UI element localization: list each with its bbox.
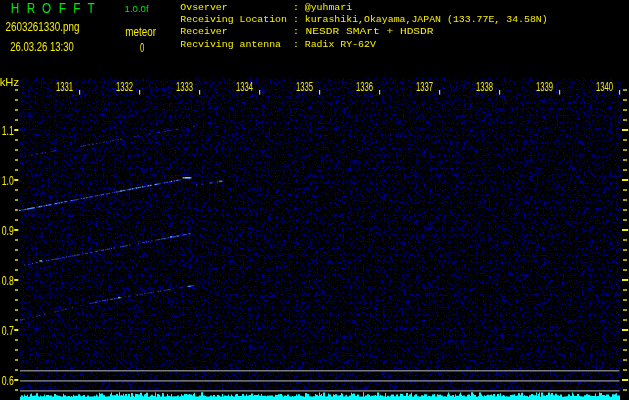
svg-text:1337: 1337 xyxy=(416,80,433,93)
svg-text:26.03.26 13:30: 26.03.26 13:30 xyxy=(10,40,74,54)
svg-text:1339: 1339 xyxy=(536,80,553,93)
svg-text:2603261330.png: 2603261330.png xyxy=(6,20,80,33)
svg-text:0.6: 0.6 xyxy=(2,373,14,387)
svg-text:NESDR SMArt + HDSDR: NESDR SMArt + HDSDR xyxy=(306,26,435,37)
svg-text:1.1: 1.1 xyxy=(2,123,14,137)
svg-text:0.8: 0.8 xyxy=(2,273,14,287)
svg-text:T: T xyxy=(88,0,95,16)
svg-text:1334: 1334 xyxy=(236,80,253,93)
svg-text:Receiving Location : kurashiki: Receiving Location : kurashiki,Okayama,J… xyxy=(180,14,547,25)
svg-text:1331: 1331 xyxy=(56,80,73,93)
svg-text:kHz: kHz xyxy=(0,76,19,88)
svg-text:1.0: 1.0 xyxy=(2,173,14,187)
svg-text:F: F xyxy=(59,0,66,16)
svg-text:Receiver :: Receiver : xyxy=(180,26,299,37)
svg-text:Ovserver : @yuhmari: Ovserver : @yuhmari xyxy=(180,2,352,13)
svg-text:O: O xyxy=(42,0,51,16)
svg-text:meteor: meteor xyxy=(125,25,156,38)
svg-text:1.0.0f: 1.0.0f xyxy=(125,3,149,14)
svg-text:F: F xyxy=(73,0,80,16)
svg-text:Recviving antenna : Radix RY-: Recviving antenna : Radix RY-62V xyxy=(180,39,376,50)
svg-text:0.9: 0.9 xyxy=(2,223,14,237)
svg-text:1333: 1333 xyxy=(176,80,193,93)
svg-text:1340: 1340 xyxy=(596,80,613,93)
svg-text:1332: 1332 xyxy=(116,80,133,93)
svg-text:1335: 1335 xyxy=(296,80,313,93)
svg-text:R: R xyxy=(27,0,35,16)
svg-text:1336: 1336 xyxy=(356,80,373,93)
svg-text:H: H xyxy=(11,0,19,16)
svg-text:0: 0 xyxy=(140,41,144,54)
svg-text:1338: 1338 xyxy=(476,80,493,93)
svg-text:0.7: 0.7 xyxy=(2,323,14,337)
